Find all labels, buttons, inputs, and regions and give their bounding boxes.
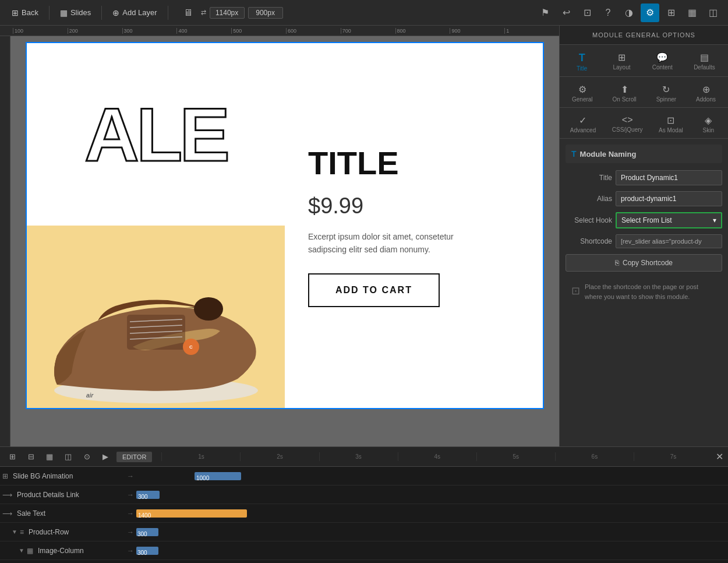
shortcode-field-row: Shortcode [rev_slider alias="product-dy <box>566 234 722 248</box>
advanced-tab-label: Advanced <box>570 127 596 133</box>
timeline-bar: 1000 <box>195 472 241 480</box>
css-jquery-tab-icon: <> <box>622 115 633 125</box>
tab-on-scroll[interactable]: ⬆ On Scroll <box>609 82 640 105</box>
tab-general[interactable]: ⚙ General <box>568 82 596 105</box>
timeline-rows: ⊞ Slide BG Animation → 1000 ⟶ Product De… <box>0 467 728 563</box>
expand-btn[interactable]: ▼ <box>12 529 17 535</box>
tab-advanced[interactable]: ✓ Advanced <box>567 112 599 136</box>
contrast-icon[interactable]: ◑ <box>620 3 638 22</box>
row-icon: ▦ <box>27 547 33 555</box>
spinner-tab-label: Spinner <box>656 96 676 103</box>
row-bar-area: 300 <box>136 523 544 541</box>
add-layer-icon: ⊕ <box>112 8 119 17</box>
title-field-label: Title <box>566 174 612 182</box>
title-field-row: Title <box>566 170 722 185</box>
add-layer-button[interactable]: ⊕ Add Layer <box>107 6 162 20</box>
grid-view-btn[interactable]: ⊞ <box>5 449 20 465</box>
addons-tab-label: Addons <box>696 96 716 103</box>
row-label: Product-Row <box>26 528 125 536</box>
select-hook-value: Select From List <box>621 216 672 224</box>
grid-icon[interactable]: ▦ <box>683 3 701 22</box>
table-row: ▼ ▦ Image-Column → 300 <box>0 541 728 560</box>
tab-spinner[interactable]: ↻ Spinner <box>653 82 680 105</box>
arrow-icon: ⇄ <box>201 9 206 16</box>
slides-label: Slides <box>70 8 91 17</box>
row-arrow[interactable]: → <box>127 472 134 480</box>
editor-label: EDITOR <box>116 452 152 462</box>
canvas-main: ALE <box>10 36 559 446</box>
row-icon: ⊞ <box>2 472 8 480</box>
ruler-horizontal: 100 200 300 400 500 600 700 800 900 1 <box>0 26 559 36</box>
tab-as-modal[interactable]: ⊡ As Modal <box>655 112 687 136</box>
slide-left: ALE <box>27 43 285 408</box>
tab-css-jquery[interactable]: <> CSS/jQuery <box>609 112 646 136</box>
general-tab-icon: ⚙ <box>578 84 586 95</box>
alias-field-input[interactable] <box>616 191 722 206</box>
row-icon: ⟶ <box>2 509 12 518</box>
add-to-cart-button[interactable]: ADD TO CART <box>308 273 440 307</box>
row-icon: ≡ <box>20 528 24 536</box>
width-input[interactable]: 1140px <box>210 7 245 19</box>
advanced-tab-icon: ✓ <box>579 115 586 126</box>
tab-layout[interactable]: ⊞ Layout <box>609 50 634 74</box>
product-price: $9.99 <box>308 193 363 219</box>
mark-2s: 2s <box>240 452 319 461</box>
table-row: ▼ ≡ Product-Row → 300 <box>0 523 728 541</box>
row-bar-area: 300 <box>136 541 544 560</box>
chevron-down-icon: ▾ <box>713 216 716 224</box>
separator2 <box>101 6 102 20</box>
svg-point-6 <box>194 297 223 321</box>
select-hook-field-label: Select Hook <box>566 216 612 224</box>
row-arrow[interactable]: → <box>127 528 134 536</box>
shortcode-display: [rev_slider alias="product-dy <box>616 234 722 248</box>
layers-icon[interactable]: ◫ <box>704 3 722 22</box>
slides-button[interactable]: ▦ Slides <box>54 6 97 20</box>
layers-btn[interactable]: ◫ <box>61 449 76 465</box>
flag-icon[interactable]: ⚑ <box>536 3 554 22</box>
general-tab-label: General <box>572 96 593 103</box>
top-toolbar: ⊞ Back ▦ Slides ⊕ Add Layer 🖥 ⇄ 1140px 9… <box>0 0 728 26</box>
copy-shortcode-button[interactable]: ⎘ Copy Shortcode <box>566 254 722 272</box>
settings-icon[interactable]: ⚙ <box>641 3 659 22</box>
skin-tab-label: Skin <box>702 127 713 133</box>
alias-field-label: Alias <box>566 195 612 203</box>
title-field-input[interactable] <box>616 170 722 185</box>
slide-left-bottom: C air <box>27 226 285 408</box>
height-input[interactable]: 900px <box>248 7 283 19</box>
tab-title[interactable]: T Title <box>569 50 595 74</box>
undo-icon[interactable]: ↩ <box>557 3 575 22</box>
canvas-area: 100 200 300 400 500 600 700 800 900 1 <box>0 26 559 446</box>
row-bar-area: 1000 <box>136 467 544 485</box>
expand-btn[interactable]: ▼ <box>19 547 24 554</box>
tab-skin[interactable]: ◈ Skin <box>695 112 721 136</box>
timeline-bar: 1400 <box>136 509 247 518</box>
close-button[interactable]: ✕ <box>716 451 723 462</box>
timeline-marks: 1s 2s 3s 4s 5s 6s 7s <box>161 452 712 461</box>
copy-icon: ⎘ <box>615 259 619 267</box>
play-btn[interactable]: ▶ <box>98 449 113 465</box>
back-button[interactable]: ⊞ Back <box>6 6 44 20</box>
row-arrow[interactable]: → <box>127 491 134 499</box>
tab-content[interactable]: 💬 Content <box>649 50 676 74</box>
desktop-view-icon[interactable]: ⊡ <box>578 3 596 22</box>
right-panel: MODULE GENERAL OPTIONS T Title ⊞ Layout … <box>559 26 728 446</box>
slide-canvas: ALE <box>26 42 544 409</box>
row-arrow[interactable]: → <box>127 509 134 518</box>
monitor-icon[interactable]: 🖥 <box>179 3 197 22</box>
tab-defaults[interactable]: ▤ Defaults <box>690 50 719 74</box>
settings-btn[interactable]: ⊙ <box>79 449 94 465</box>
tab-view-btn[interactable]: ⊟ <box>23 449 38 465</box>
row-label: Product Details Link <box>15 491 125 499</box>
row-arrow[interactable]: → <box>127 547 134 555</box>
slide-right: TITLE $9.99 Excerpt ipsum dolor sit amet… <box>285 43 543 408</box>
layout-icon[interactable]: ⊞ <box>662 3 680 22</box>
shortcode-info: ⊡ Place the shortcode on the page or pos… <box>566 276 722 307</box>
addons-tab-icon: ⊕ <box>702 84 710 95</box>
spinner-tab-icon: ↻ <box>662 84 670 95</box>
tab-addons[interactable]: ⊕ Addons <box>692 82 719 105</box>
skin-tab-icon: ◈ <box>705 115 712 126</box>
select-hook-dropdown[interactable]: Select From List ▾ <box>616 212 722 228</box>
row-indent: ▼ ▦ Image-Column → <box>2 547 136 555</box>
columns-btn[interactable]: ▦ <box>42 449 57 465</box>
help-icon[interactable]: ? <box>599 3 617 22</box>
